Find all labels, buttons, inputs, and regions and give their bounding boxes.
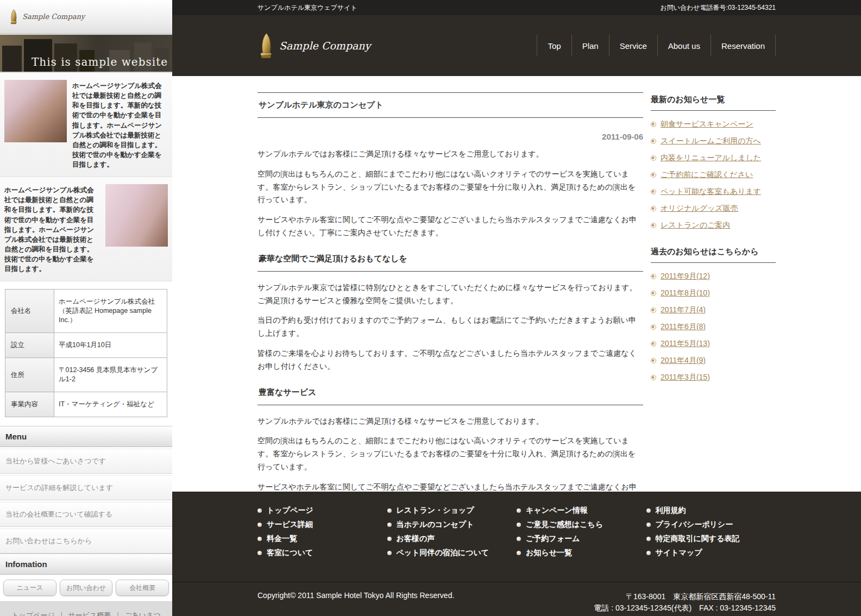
archive-link[interactable]: 2011年7月(4)	[661, 305, 706, 315]
footer-link-item: ご予約フォーム	[517, 534, 646, 544]
main-site-panel: サンプルホテル東京ウェブサイト お問い合わせ電話番号:03-12345-5432…	[172, 0, 861, 616]
header-logo[interactable]: Sample Company	[257, 32, 370, 59]
news-link[interactable]: 朝食サービスキャンペーン	[661, 120, 753, 129]
footer-link[interactable]: プライバシーポリシー	[656, 520, 733, 530]
archive-link[interactable]: 2011年4月(9)	[661, 356, 706, 366]
list-item: 2011年7月(4)	[651, 305, 776, 315]
gold-logo-icon	[257, 32, 273, 59]
sidebar-footnav-greeting[interactable]: ごあいさつ	[124, 611, 161, 616]
footer-link[interactable]: 当ホテルのコンセプト	[397, 520, 474, 530]
bullet-dot-icon	[646, 537, 651, 541]
footer-link[interactable]: お知らせ一覧	[526, 548, 572, 558]
news-link[interactable]: 内装をリニューアルしました	[661, 153, 761, 163]
list-item: 2011年3月(15)	[651, 373, 776, 382]
content-area: サンプルホテル東京のコンセプト 2011-09-06 サンプルホテルではお客様に…	[172, 76, 861, 492]
article-paragraph: サービスやホテル客室に関してご不明な点やご要望などございましたら当ホテルスタッフ…	[257, 213, 643, 240]
bullet-ring-icon	[651, 341, 656, 347]
bullet-ring-icon	[651, 155, 656, 161]
intro-text-2: ホームページサンプル株式会社では最新技術と自然との調和を目指します。革新的な技術…	[4, 184, 100, 274]
sidebar-menu-item-contact[interactable]: お問い合わせはこちらから	[0, 529, 172, 554]
sidebar-menu-item-company[interactable]: 当社の会社概要について確認する	[0, 502, 172, 527]
nav-link-about[interactable]: About us	[668, 41, 700, 51]
topbar: サンプルホテル東京ウェブサイト お問い合わせ電話番号:03-12345-5432…	[172, 0, 861, 15]
footer-link[interactable]: サイトマップ	[656, 548, 702, 558]
news-link[interactable]: ご予約前にご確認ください	[661, 170, 753, 180]
bullet-ring-icon	[651, 291, 656, 296]
footer-link[interactable]: トップページ	[267, 506, 313, 516]
article-paragraph: サンプルホテルではお客様にご満足頂ける様々なサービスをご用意しております。	[257, 148, 643, 161]
separator: ｜	[58, 611, 65, 616]
news-link[interactable]: オリジナルグッズ販売	[661, 204, 738, 213]
bullet-ring-icon	[651, 324, 656, 330]
nav-link-plan[interactable]: Plan	[582, 41, 599, 51]
archive-link[interactable]: 2011年9月(12)	[661, 272, 710, 281]
footer-address-line1: 〒163-8001 東京都新宿区西新宿48-500-11	[626, 592, 776, 601]
bullet-ring-icon	[651, 172, 656, 178]
bullet-dot-icon	[387, 537, 392, 541]
footer-link-item: お知らせ一覧	[517, 548, 646, 558]
nav-link-top[interactable]: Top	[548, 41, 561, 51]
sidebar-footer-nav: トップページ｜サービス概要｜ごあいさつ	[0, 601, 172, 616]
sidebar-footnav-service[interactable]: サービス概要	[68, 611, 111, 616]
footer-link[interactable]: 利用規約	[656, 506, 686, 516]
section-heading-hospitality: 豪華な空間でご満足頂けるおもてなしを	[257, 254, 643, 272]
archive-link[interactable]: 2011年5月(13)	[661, 339, 710, 349]
archive-heading: 過去のお知らせはこちらから	[651, 247, 776, 263]
sidebar-logo[interactable]: Sample Company	[0, 0, 172, 34]
list-item: 2011年4月(9)	[651, 356, 776, 366]
news-list: 朝食サービスキャンペーン スイートルームご利用の方へ 内装をリニューアルしました…	[651, 120, 776, 230]
list-item: ペット可能な客室もあります	[651, 187, 776, 197]
archive-link[interactable]: 2011年8月(10)	[661, 288, 710, 298]
footer-link[interactable]: レストラン・ショップ	[397, 506, 474, 516]
topbar-phone: お問い合わせ電話番号:03-12345-54321	[660, 3, 776, 12]
article: サンプルホテル東京のコンセプト 2011-09-06 サンプルホテルではお客様に…	[257, 92, 643, 492]
news-link[interactable]: ペット可能な客室もあります	[661, 187, 761, 197]
footer-link-item: 客室について	[257, 548, 387, 558]
footer-column-1: トップページ サービス詳細 料金一覧 客室について	[257, 506, 387, 562]
table-row: 事業内容 IT・マーケティング・福祉など	[5, 392, 167, 417]
bullet-dot-icon	[517, 537, 521, 541]
footer-link[interactable]: 料金一覧	[267, 534, 297, 544]
footer-address: 〒163-8001 東京都新宿区西新宿48-500-11 電話 : 03-123…	[594, 591, 776, 614]
list-item: レストランのご案内	[651, 221, 776, 230]
news-link[interactable]: レストランのご案内	[661, 221, 730, 230]
page: Sample Company This is sample website ホー…	[0, 0, 861, 616]
company-table-wrap: 会社名 ホームページサンプル株式会社 （英語表記 Homepage sample…	[0, 281, 172, 426]
bullet-ring-icon	[651, 223, 656, 228]
sidebar-menu-item-service[interactable]: サービスの詳細を解説しています	[0, 475, 172, 500]
company-overview-button[interactable]: 会社概要	[116, 580, 169, 596]
archive-link[interactable]: 2011年3月(15)	[661, 373, 710, 382]
archive-list: 2011年9月(12) 2011年8月(10) 2011年7月(4) 2011年…	[651, 272, 776, 382]
footer-column-2: レストラン・ショップ 当ホテルのコンセプト お客様の声 ペット同伴の宿泊について	[387, 506, 517, 562]
archive-link[interactable]: 2011年6月(8)	[661, 322, 706, 332]
article-paragraph: サンプルホテルではお客様にご満足頂ける様々なサービスをご用意しております。	[257, 415, 643, 428]
footer-column-4: 利用規約 プライバシーポリシー 特定商取引に関する表記 サイトマップ	[646, 506, 776, 562]
bullet-ring-icon	[651, 375, 656, 380]
contact-button[interactable]: お問い合わせ	[60, 580, 113, 596]
bullet-ring-icon	[651, 206, 656, 211]
sidebar-menu-item-greeting[interactable]: 当社から皆様へごあいさつです	[0, 449, 172, 474]
main-nav: Top Plan Service About us Reservation	[537, 35, 776, 56]
bullet-ring-icon	[651, 139, 656, 144]
intro-block-1: ホームページサンプル株式会社では最新技術と自然との調和を目指します。革新的な技術…	[0, 73, 172, 177]
sidebar-footnav-top[interactable]: トップページ	[11, 611, 55, 616]
banner-building	[2, 46, 22, 72]
footer-link-item: サービス詳細	[257, 520, 387, 530]
article-title: サンプルホテル東京のコンセプト	[257, 92, 643, 118]
footer-link[interactable]: 特定商取引に関する表記	[656, 534, 740, 544]
news-button[interactable]: ニュース	[3, 580, 56, 596]
article-paragraph: サービスやホテル客室に関してご不明な点やご要望などございましたら当ホテルスタッフ…	[257, 481, 643, 492]
footer-link[interactable]: ご予約フォーム	[526, 534, 580, 544]
footer-link[interactable]: ご意見ご感想はこちら	[526, 520, 603, 530]
news-link[interactable]: スイートルームご利用の方へ	[661, 136, 761, 146]
nav-link-service[interactable]: Service	[620, 41, 647, 51]
footer-link[interactable]: 客室について	[267, 548, 313, 558]
bullet-dot-icon	[517, 523, 521, 527]
news-heading: 最新のお知らせ一覧	[651, 95, 776, 111]
footer-link[interactable]: お客様の声	[397, 534, 435, 544]
footer-link[interactable]: キャンペーン情報	[526, 506, 588, 516]
portrait-photo-1	[4, 80, 67, 142]
footer-link[interactable]: ペット同伴の宿泊について	[397, 548, 489, 558]
nav-link-reservation[interactable]: Reservation	[721, 41, 765, 51]
footer-link[interactable]: サービス詳細	[267, 520, 313, 530]
